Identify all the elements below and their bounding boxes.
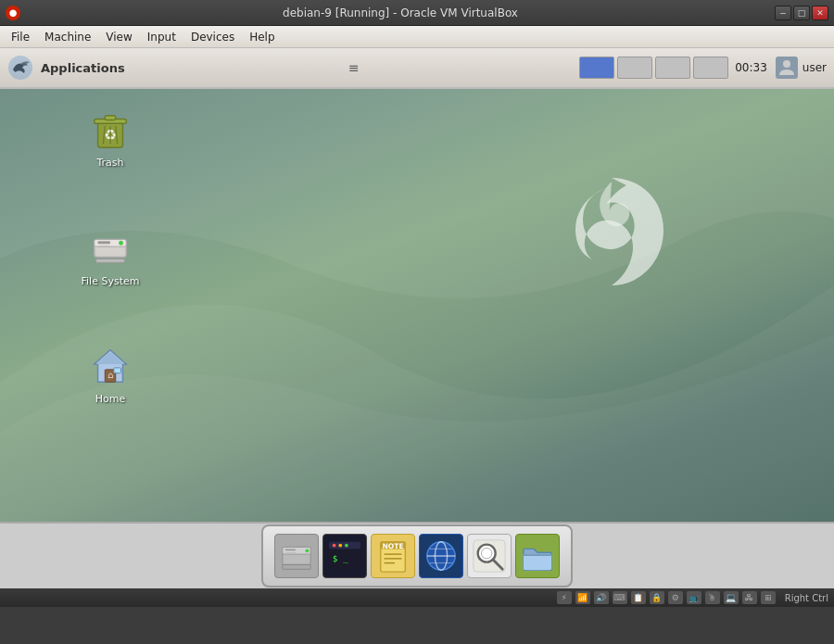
menu-view[interactable]: View (98, 29, 139, 45)
svg-rect-22 (283, 565, 310, 570)
svg-rect-25 (285, 552, 296, 554)
title-bar: ● debian-9 [Running] - Oracle VM Virtual… (0, 0, 834, 26)
svg-point-28 (333, 544, 336, 548)
taskbar-show-desktop[interactable] (274, 534, 319, 578)
svg-rect-11 (96, 259, 125, 263)
xfce-logo (7, 55, 33, 81)
home-label: Home (92, 392, 129, 406)
vm-toolbar: Applications ≡ 00:33 user (0, 48, 834, 89)
status-tray-6[interactable]: 🔒 (650, 591, 664, 604)
filesystem-desktop-icon[interactable]: File System (73, 226, 147, 288)
status-tray-1[interactable]: ⚡ (557, 591, 572, 604)
status-tray-2[interactable]: 📶 (575, 591, 590, 604)
status-bar: ⚡ 📶 🔊 ⌨ 📋 🔒 ⚙ 📺 🖱 💻 🖧 ⊞ Right Ctrl (0, 588, 834, 607)
svg-point-23 (306, 549, 310, 552)
indicator-1[interactable] (579, 57, 614, 79)
menu-machine[interactable]: Machine (37, 29, 98, 45)
home-desktop-icon[interactable]: ⌂ Home (73, 344, 147, 406)
menu-file[interactable]: File (4, 29, 37, 45)
home-icon: ⌂ (88, 344, 133, 388)
svg-point-1 (783, 60, 790, 68)
applications-label[interactable]: Applications (41, 61, 125, 75)
menu-help[interactable]: Help (242, 29, 282, 45)
window-controls: − □ ✕ (775, 6, 828, 20)
indicator-4[interactable] (693, 57, 728, 79)
taskbar-files[interactable] (515, 534, 560, 578)
right-ctrl-text: Right Ctrl (785, 593, 828, 603)
status-tray-7[interactable]: ⚙ (668, 591, 683, 604)
indicator-3[interactable] (655, 57, 690, 79)
username-label: user (802, 61, 827, 74)
filesystem-label: File System (78, 274, 144, 288)
status-tray-3[interactable]: 🔊 (594, 591, 609, 604)
svg-point-14 (119, 241, 123, 246)
filesystem-icon (88, 226, 133, 271)
status-tray-9[interactable]: 🖱 (705, 591, 720, 604)
taskbar-notes[interactable]: NOTE (371, 534, 415, 578)
menu-devices[interactable]: Devices (183, 29, 242, 45)
taskbar-search[interactable] (467, 534, 512, 578)
taskbar-inner: $ _ NOTE (261, 524, 573, 587)
toolbar-right: 00:33 user (579, 57, 827, 79)
indicator-2[interactable] (617, 57, 652, 79)
status-tray-11[interactable]: 🖧 (742, 591, 757, 604)
user-icon (776, 57, 798, 79)
maximize-button[interactable]: □ (793, 6, 810, 20)
svg-rect-12 (98, 241, 110, 244)
taskbar-terminal[interactable]: $ _ (322, 534, 367, 578)
svg-text:⌂: ⌂ (107, 370, 113, 380)
menu-bar: File Machine View Input Devices Help (0, 26, 834, 48)
svg-text:NOTE: NOTE (382, 542, 403, 550)
status-tray-5[interactable]: 📋 (631, 591, 646, 604)
svg-rect-24 (285, 549, 296, 550)
svg-text:$ _: $ _ (333, 553, 348, 563)
status-tray-12[interactable]: ⊞ (761, 591, 776, 604)
close-button[interactable]: ✕ (812, 6, 828, 20)
svg-point-29 (338, 544, 342, 548)
svg-rect-47 (524, 554, 551, 556)
status-tray-4[interactable]: ⌨ (613, 591, 627, 604)
minimize-button[interactable]: − (775, 6, 791, 20)
taskbar-browser[interactable] (419, 534, 463, 578)
status-tray-8[interactable]: 📺 (687, 591, 701, 604)
window-title: debian-9 [Running] - Oracle VM VirtualBo… (26, 6, 775, 19)
svg-rect-18 (114, 368, 121, 373)
status-tray-10[interactable]: 💻 (724, 591, 739, 604)
svg-rect-4 (105, 116, 116, 120)
debian-swirl (537, 163, 686, 311)
taskbar: $ _ NOTE (0, 522, 834, 588)
svg-point-30 (345, 544, 348, 548)
app-icon: ● (6, 6, 20, 20)
clock: 00:33 (735, 61, 767, 74)
desktop[interactable]: ♻ Trash File System (0, 89, 834, 522)
trash-icon: ♻ (88, 107, 133, 152)
menu-input[interactable]: Input (140, 29, 183, 45)
svg-rect-13 (98, 246, 110, 247)
trash-label: Trash (93, 156, 127, 170)
toolbar-menu-icon[interactable]: ≡ (348, 60, 360, 75)
trash-desktop-icon[interactable]: ♻ Trash (73, 107, 147, 170)
